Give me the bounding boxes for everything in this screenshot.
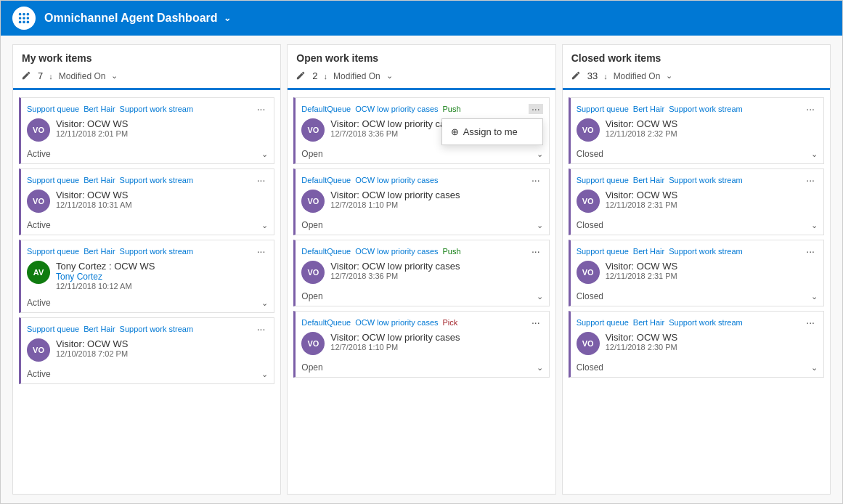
work-item-tags: Support queueBert HairSupport work strea… xyxy=(27,175,268,185)
tag-label[interactable]: Bert Hair xyxy=(84,105,115,113)
avatar: VO xyxy=(577,118,600,142)
edit-icon[interactable] xyxy=(296,70,306,82)
tag-label[interactable]: Support queue xyxy=(27,105,79,113)
tag-label[interactable]: Bert Hair xyxy=(84,176,115,184)
tag-label[interactable]: Support work stream xyxy=(120,247,193,256)
work-item[interactable]: Support queueBert HairSupport work strea… xyxy=(19,317,274,384)
tag-label[interactable]: Support work stream xyxy=(669,105,742,113)
svg-point-6 xyxy=(19,21,22,24)
sort-arrow-icon[interactable]: ↓ xyxy=(324,72,328,81)
tag-label[interactable]: Push xyxy=(443,247,461,256)
tag-label[interactable]: Support work stream xyxy=(120,176,193,184)
work-item[interactable]: Support queueBert HairSupport work strea… xyxy=(569,311,824,378)
more-options-button[interactable]: ··· xyxy=(529,317,543,328)
expand-icon[interactable]: ⌄ xyxy=(261,370,268,379)
expand-icon[interactable]: ⌄ xyxy=(537,363,543,373)
tag-label[interactable]: DefaultQueue xyxy=(301,105,351,113)
tag-label[interactable]: Support work stream xyxy=(120,105,193,113)
tag-label[interactable]: DefaultQueue xyxy=(301,247,351,256)
avatar: VO xyxy=(301,190,325,213)
work-item-tags: DefaultQueueOCW low priority casesPush··… xyxy=(301,104,542,114)
tag-label[interactable]: Push xyxy=(443,105,461,113)
more-options-button[interactable]: ··· xyxy=(803,246,818,256)
title-chevron-icon[interactable]: ⌄ xyxy=(224,13,231,23)
expand-icon[interactable]: ⌄ xyxy=(537,150,543,159)
work-item[interactable]: DefaultQueueOCW low priority casesPush··… xyxy=(293,97,549,164)
work-item[interactable]: DefaultQueueOCW low priority casesPush··… xyxy=(293,240,549,306)
more-options-button[interactable]: ··· xyxy=(803,104,818,114)
tag-label[interactable]: Support work stream xyxy=(669,176,742,184)
tag-label[interactable]: Support queue xyxy=(577,105,629,113)
avatar: VO xyxy=(577,332,600,355)
edit-icon[interactable] xyxy=(22,70,32,82)
work-item[interactable]: Support queueBert HairSupport work strea… xyxy=(19,240,274,313)
tag-label[interactable]: Bert Hair xyxy=(633,176,664,184)
more-options-button[interactable]: ··· xyxy=(254,104,269,114)
work-item-link[interactable]: Tony Cortez xyxy=(56,272,268,282)
tag-label[interactable]: Support work stream xyxy=(120,325,193,333)
more-options-button[interactable]: ··· xyxy=(254,175,269,185)
assign-to-me-button[interactable]: ⊕Assign to me xyxy=(442,121,542,143)
more-options-button[interactable]: ··· xyxy=(803,175,818,185)
expand-icon[interactable]: ⌄ xyxy=(811,221,818,230)
more-options-button[interactable]: ··· xyxy=(803,317,818,328)
work-item-tags: DefaultQueueOCW low priority casesPush··… xyxy=(301,246,542,256)
work-item-date: 12/7/2018 1:10 PM xyxy=(330,343,542,351)
expand-icon[interactable]: ⌄ xyxy=(811,292,818,301)
status-badge: Open xyxy=(301,362,322,373)
tag-label[interactable]: Support queue xyxy=(577,176,629,184)
tag-label[interactable]: OCW low priority cases xyxy=(355,318,438,327)
more-options-button[interactable]: ··· xyxy=(529,246,543,256)
tag-label[interactable]: Bert Hair xyxy=(633,318,664,327)
work-item[interactable]: DefaultQueueOCW low priority casesPick··… xyxy=(293,311,549,378)
edit-icon[interactable] xyxy=(571,70,582,82)
tag-label[interactable]: OCW low priority cases xyxy=(355,176,438,184)
work-item-info: Visitor: OCW low priority cases12/7/2018… xyxy=(330,261,542,280)
tag-label[interactable]: Bert Hair xyxy=(633,105,664,113)
expand-icon[interactable]: ⌄ xyxy=(261,221,268,230)
expand-icon[interactable]: ⌄ xyxy=(811,150,818,159)
status-badge: Open xyxy=(301,149,322,159)
work-item[interactable]: Support queueBert HairSupport work strea… xyxy=(19,97,274,164)
work-item-date: 12/11/2018 10:31 AM xyxy=(56,200,268,209)
sort-chevron-icon[interactable]: ⌄ xyxy=(666,71,672,81)
tag-label[interactable]: Support work stream xyxy=(669,318,742,327)
work-item[interactable]: Support queueBert HairSupport work strea… xyxy=(569,168,824,235)
work-item[interactable]: DefaultQueueOCW low priority cases···VOV… xyxy=(293,168,549,235)
work-item-name: Visitor: OCW low priority cases xyxy=(330,261,542,272)
more-options-button[interactable]: ··· xyxy=(254,324,269,334)
column-title-closed-work-items: Closed work items xyxy=(571,52,821,64)
work-item[interactable]: Support queueBert HairSupport work strea… xyxy=(569,240,824,306)
more-options-button[interactable]: ··· xyxy=(254,246,269,256)
avatar: VO xyxy=(301,261,325,284)
sort-chevron-icon[interactable]: ⌄ xyxy=(386,71,393,81)
tag-label[interactable]: Support queue xyxy=(577,318,629,327)
tag-label[interactable]: Pick xyxy=(443,318,458,327)
svg-point-7 xyxy=(23,21,25,24)
work-item[interactable]: Support queueBert HairSupport work strea… xyxy=(569,97,824,164)
tag-label[interactable]: Support queue xyxy=(27,325,79,333)
tag-label[interactable]: OCW low priority cases xyxy=(355,105,438,113)
tag-label[interactable]: DefaultQueue xyxy=(301,176,351,184)
column-closed-work-items: Closed work items33↓Modified On⌄Support … xyxy=(562,44,831,495)
sort-arrow-icon[interactable]: ↓ xyxy=(49,72,53,81)
work-item[interactable]: Support queueBert HairSupport work strea… xyxy=(19,168,274,235)
expand-icon[interactable]: ⌄ xyxy=(537,221,543,230)
tag-label[interactable]: Bert Hair xyxy=(84,247,115,256)
tag-label[interactable]: Bert Hair xyxy=(84,325,115,333)
tag-label[interactable]: OCW low priority cases xyxy=(355,247,438,256)
expand-icon[interactable]: ⌄ xyxy=(261,298,268,308)
tag-label[interactable]: DefaultQueue xyxy=(301,318,351,327)
tag-label[interactable]: Support work stream xyxy=(669,247,742,256)
tag-label[interactable]: Support queue xyxy=(27,176,79,184)
tag-label[interactable]: Support queue xyxy=(577,247,629,256)
more-options-button[interactable]: ··· xyxy=(529,104,543,114)
tag-label[interactable]: Bert Hair xyxy=(633,247,664,256)
tag-label[interactable]: Support queue xyxy=(27,247,79,256)
expand-icon[interactable]: ⌄ xyxy=(811,363,818,373)
sort-arrow-icon[interactable]: ↓ xyxy=(603,72,608,81)
more-options-button[interactable]: ··· xyxy=(529,175,543,185)
expand-icon[interactable]: ⌄ xyxy=(261,150,268,159)
expand-icon[interactable]: ⌄ xyxy=(537,292,543,301)
sort-chevron-icon[interactable]: ⌄ xyxy=(111,71,118,81)
